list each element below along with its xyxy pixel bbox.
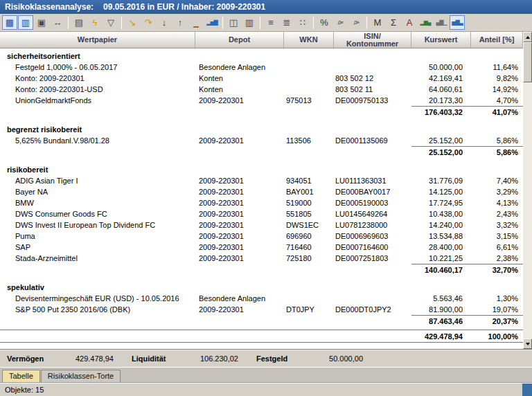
cell-wkn	[284, 293, 334, 304]
cell-anteil: 2,43%	[471, 208, 523, 219]
bar-chart-icon[interactable]: ▂▆▄	[418, 15, 433, 30]
sort-ascending-icon[interactable]: ↑	[172, 15, 188, 30]
table-row[interactable]: Konto: 2009-220301-USDKonten803 502 1164…	[0, 84, 523, 95]
sigma-sum-icon[interactable]: Σ	[386, 15, 401, 30]
group-header-row[interactable]: spekulativ	[0, 282, 523, 293]
table-row[interactable]: ADIG Asian Tiger I2009-220301934051LU011…	[0, 175, 523, 186]
scrollbar-thumb[interactable]	[523, 42, 532, 82]
combo-chart-icon[interactable]: ▄▇▁	[434, 15, 449, 30]
subtotal-row: 176.403,3241,07%	[0, 106, 523, 118]
scrollbar-down-button[interactable]	[523, 339, 532, 349]
column-header-wkn[interactable]: WKN	[284, 32, 334, 48]
title-bar: Risikoklassenanalyse: 09.05.2016 in EUR …	[0, 0, 532, 14]
table-view-icon[interactable]: ▦	[2, 15, 17, 30]
percent-icon[interactable]: %	[317, 15, 332, 30]
cell-isin: LU0111363031	[334, 175, 411, 186]
group-header-row[interactable]: risikobereit	[0, 164, 523, 175]
summary-label-vermoegen: Vermögen	[7, 354, 57, 363]
cell-isin	[334, 293, 411, 304]
cell-kurswert: 64.060,61	[411, 84, 471, 95]
cell-wkn: DT0JPY	[284, 304, 334, 315]
rotate-arrow-icon[interactable]: ↷	[141, 15, 156, 30]
list-icon[interactable]: ∷	[295, 15, 310, 30]
table-row[interactable]: BMW2009-220301519000DE000519000317.724,9…	[0, 197, 523, 208]
toolbar-separator	[260, 17, 260, 29]
columns-left-icon[interactable]: ◫	[226, 15, 241, 30]
table-row[interactable]: Konto: 2009-220301Konten803 502 1242.169…	[0, 73, 523, 84]
grid-icon[interactable]: ▤	[71, 15, 87, 30]
status-bar: Objekte: 15	[0, 382, 532, 396]
tab-risikoklassen-torte[interactable]: Risikoklassen-Torte	[41, 370, 121, 382]
corner-accent	[522, 384, 532, 396]
scrollbar-track[interactable]	[523, 82, 532, 339]
decimal-increase-icon[interactable]: ,0»	[348, 15, 364, 30]
cell-wertpapier: Puma	[0, 231, 195, 242]
table-row[interactable]: DWS Invest II European Top Dividend FC20…	[0, 219, 523, 231]
cell-wkn	[284, 84, 334, 95]
subtotal-kurswert: 87.463,46	[411, 315, 471, 327]
subtotal-anteil: 41,07%	[471, 106, 523, 118]
decimal-decrease-icon[interactable]: ,0«	[332, 15, 348, 30]
column-header-depot[interactable]: Depot	[195, 32, 284, 48]
histogram-icon[interactable]: ▂▅▇	[204, 15, 220, 30]
column-header-label: Anteil [%]	[479, 36, 515, 44]
font-icon[interactable]: A	[402, 15, 417, 30]
copy-window-icon[interactable]: ▣	[34, 15, 49, 30]
table-row[interactable]: S&P 500 Put 2350 2016/06 (DBK)2009-22030…	[0, 304, 523, 315]
column-header-anteil[interactable]: Anteil [%]	[471, 32, 523, 48]
cell-anteil: 3,15%	[471, 231, 523, 242]
scrollbar-up-button[interactable]	[523, 32, 532, 42]
group-header-row[interactable]: begrenzt risikobereit	[0, 124, 523, 135]
export-arrow-icon[interactable]: ↘	[125, 15, 140, 30]
column-header-isin-kontonummer[interactable]: ISIN/ Kontonummer	[334, 32, 411, 48]
cell-kurswert: 10.221,25	[411, 253, 471, 264]
maximum-icon[interactable]: M	[370, 15, 385, 30]
summary-value-vermoegen: 429.478,94	[57, 354, 114, 363]
cell-isin: 803 502 12	[334, 73, 411, 84]
chart-view-icon[interactable]: ▥	[18, 15, 33, 30]
summary-label-festgeld: Festgeld	[256, 354, 306, 363]
cell-wkn: 975013	[284, 95, 334, 106]
column-header-wertpapier[interactable]: Wertpapier	[0, 32, 195, 48]
cell-depot: 2009-220301	[195, 219, 284, 231]
lightning-update-icon[interactable]: ϟ	[87, 15, 103, 30]
cell-kurswert: 10.438,00	[411, 208, 471, 219]
cell-empty	[0, 264, 411, 276]
chart-highlight-icon[interactable]: ▅▇▃	[450, 15, 465, 30]
table-row[interactable]: Devisentermingeschäft EUR (USD) - 10.05.…	[0, 293, 523, 304]
expand-window-icon[interactable]: ↔	[50, 15, 65, 30]
toolbar-separator	[313, 17, 314, 29]
group-spacer	[0, 276, 523, 282]
group-header-row[interactable]: sicherheitsorientiert	[0, 51, 523, 62]
sort-descending-icon[interactable]: ↓	[157, 15, 172, 30]
cell-anteil: 3,32%	[471, 219, 523, 231]
table-row[interactable]: DWS Consumer Goods FC2009-220301551805LU…	[0, 208, 523, 219]
window-title: Risikoklassenanalyse:	[5, 2, 94, 12]
columns-right-icon[interactable]: ▥	[242, 15, 257, 30]
cell-wertpapier: S&P 500 Put 2350 2016/06 (DBK)	[0, 304, 195, 315]
align-justify-icon[interactable]: ≣	[279, 15, 294, 30]
column-header-label: ISIN/	[364, 33, 380, 40]
table-row[interactable]: UnionGeldmarktFonds2009-220301975013DE00…	[0, 95, 523, 106]
cell-wkn: 716460	[284, 242, 334, 253]
column-header-kurswert[interactable]: Kurswert	[411, 32, 471, 48]
underline-icon[interactable]: ‗	[188, 15, 204, 30]
subtotal-row: 25.152,005,86%	[0, 146, 523, 158]
align-left-icon[interactable]: ≡	[263, 15, 278, 30]
table-row[interactable]: 5,625% Bundanl.V.98/01.282009-2203011135…	[0, 135, 523, 146]
table-row[interactable]: Stada-Arzneimittel2009-220301725180DE000…	[0, 253, 523, 264]
cell-depot: 2009-220301	[195, 304, 284, 315]
total-row: 429.478,94100,00%	[0, 330, 523, 343]
up-arrow-icon	[526, 36, 530, 39]
cell-wkn: 113506	[284, 135, 334, 146]
vertical-scrollbar[interactable]	[523, 32, 532, 349]
table-row[interactable]: SAP2009-220301716460DE000716460028.400,0…	[0, 242, 523, 253]
group-name: begrenzt risikobereit	[0, 124, 523, 135]
table-row[interactable]: Festgeld 1,000% - 06.05.2017Besondere An…	[0, 62, 523, 73]
table-row[interactable]: Bayer NA2009-220301BAY001DE000BAY001714.…	[0, 186, 523, 197]
subtotal-row: 140.460,1732,70%	[0, 264, 523, 276]
tab-tabelle[interactable]: Tabelle	[2, 370, 40, 382]
cell-depot: 2009-220301	[195, 95, 284, 106]
table-row[interactable]: Puma2009-220301696960DE000696960313.534,…	[0, 231, 523, 242]
filter-icon[interactable]: ▽	[103, 15, 118, 30]
